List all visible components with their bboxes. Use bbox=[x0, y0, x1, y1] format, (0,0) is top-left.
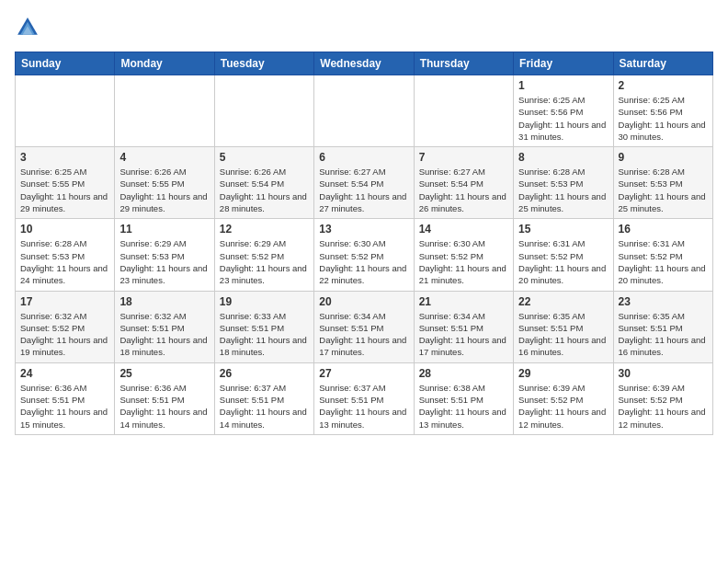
calendar-cell: 7Sunrise: 6:27 AMSunset: 5:54 PMDaylight… bbox=[414, 147, 513, 219]
calendar-cell: 10Sunrise: 6:28 AMSunset: 5:53 PMDayligh… bbox=[16, 219, 115, 291]
calendar-cell: 28Sunrise: 6:38 AMSunset: 5:51 PMDayligh… bbox=[414, 362, 513, 434]
day-number: 4 bbox=[119, 151, 209, 164]
calendar-cell: 23Sunrise: 6:35 AMSunset: 5:51 PMDayligh… bbox=[613, 291, 712, 362]
calendar-cell: 12Sunrise: 6:29 AMSunset: 5:52 PMDayligh… bbox=[214, 219, 313, 291]
day-number: 28 bbox=[419, 367, 508, 380]
day-number: 11 bbox=[119, 223, 209, 236]
day-number: 23 bbox=[619, 295, 708, 308]
calendar-week-1: 1Sunrise: 6:25 AMSunset: 5:56 PMDaylight… bbox=[16, 75, 713, 147]
calendar-header-row: SundayMondayTuesdayWednesdayThursdayFrid… bbox=[16, 52, 713, 75]
day-number: 26 bbox=[220, 367, 309, 380]
calendar-cell: 24Sunrise: 6:36 AMSunset: 5:51 PMDayligh… bbox=[16, 362, 115, 434]
col-header-thursday: Thursday bbox=[414, 52, 513, 75]
day-number: 15 bbox=[518, 223, 608, 236]
day-number: 13 bbox=[319, 223, 408, 236]
day-number: 14 bbox=[419, 223, 508, 236]
day-info: Sunrise: 6:32 AMSunset: 5:52 PMDaylight:… bbox=[20, 310, 109, 359]
day-info: Sunrise: 6:37 AMSunset: 5:51 PMDaylight:… bbox=[319, 382, 408, 431]
calendar-cell: 13Sunrise: 6:30 AMSunset: 5:52 PMDayligh… bbox=[314, 219, 414, 291]
day-number: 1 bbox=[518, 79, 608, 92]
day-info: Sunrise: 6:37 AMSunset: 5:51 PMDaylight:… bbox=[220, 382, 309, 431]
day-number: 19 bbox=[220, 295, 309, 308]
day-number: 3 bbox=[20, 151, 109, 164]
day-info: Sunrise: 6:31 AMSunset: 5:52 PMDaylight:… bbox=[518, 237, 608, 286]
calendar-cell: 11Sunrise: 6:29 AMSunset: 5:53 PMDayligh… bbox=[115, 219, 214, 291]
calendar-cell bbox=[16, 75, 115, 147]
day-info: Sunrise: 6:29 AMSunset: 5:53 PMDaylight:… bbox=[119, 237, 209, 286]
calendar-cell: 6Sunrise: 6:27 AMSunset: 5:54 PMDaylight… bbox=[314, 147, 414, 219]
day-info: Sunrise: 6:29 AMSunset: 5:52 PMDaylight:… bbox=[220, 237, 309, 286]
calendar-cell: 5Sunrise: 6:26 AMSunset: 5:54 PMDaylight… bbox=[214, 147, 313, 219]
calendar-cell: 17Sunrise: 6:32 AMSunset: 5:52 PMDayligh… bbox=[16, 291, 115, 362]
calendar-cell: 22Sunrise: 6:35 AMSunset: 5:51 PMDayligh… bbox=[514, 291, 613, 362]
calendar-cell: 30Sunrise: 6:39 AMSunset: 5:52 PMDayligh… bbox=[613, 362, 712, 434]
day-number: 22 bbox=[518, 295, 608, 308]
day-info: Sunrise: 6:39 AMSunset: 5:52 PMDaylight:… bbox=[518, 382, 608, 431]
day-info: Sunrise: 6:31 AMSunset: 5:52 PMDaylight:… bbox=[619, 237, 708, 286]
calendar-cell: 25Sunrise: 6:36 AMSunset: 5:51 PMDayligh… bbox=[115, 362, 214, 434]
col-header-tuesday: Tuesday bbox=[214, 52, 313, 75]
calendar-cell: 18Sunrise: 6:32 AMSunset: 5:51 PMDayligh… bbox=[115, 291, 214, 362]
calendar-cell bbox=[115, 75, 214, 147]
calendar-cell: 8Sunrise: 6:28 AMSunset: 5:53 PMDaylight… bbox=[514, 147, 613, 219]
calendar-cell: 15Sunrise: 6:31 AMSunset: 5:52 PMDayligh… bbox=[514, 219, 613, 291]
logo bbox=[15, 15, 44, 40]
day-info: Sunrise: 6:32 AMSunset: 5:51 PMDaylight:… bbox=[119, 310, 209, 359]
day-number: 24 bbox=[20, 367, 109, 380]
col-header-saturday: Saturday bbox=[613, 52, 712, 75]
day-info: Sunrise: 6:25 AMSunset: 5:56 PMDaylight:… bbox=[518, 94, 608, 143]
calendar-cell: 14Sunrise: 6:30 AMSunset: 5:52 PMDayligh… bbox=[414, 219, 513, 291]
calendar-cell: 20Sunrise: 6:34 AMSunset: 5:51 PMDayligh… bbox=[314, 291, 414, 362]
day-info: Sunrise: 6:30 AMSunset: 5:52 PMDaylight:… bbox=[319, 237, 408, 286]
calendar-week-3: 10Sunrise: 6:28 AMSunset: 5:53 PMDayligh… bbox=[16, 219, 713, 291]
logo-icon bbox=[15, 15, 40, 40]
calendar-cell bbox=[214, 75, 313, 147]
day-info: Sunrise: 6:35 AMSunset: 5:51 PMDaylight:… bbox=[619, 310, 708, 359]
day-number: 7 bbox=[419, 151, 508, 164]
calendar-cell: 26Sunrise: 6:37 AMSunset: 5:51 PMDayligh… bbox=[214, 362, 313, 434]
day-number: 20 bbox=[319, 295, 408, 308]
day-number: 18 bbox=[119, 295, 209, 308]
day-number: 17 bbox=[20, 295, 109, 308]
col-header-friday: Friday bbox=[514, 52, 613, 75]
calendar-cell: 19Sunrise: 6:33 AMSunset: 5:51 PMDayligh… bbox=[214, 291, 313, 362]
day-info: Sunrise: 6:25 AMSunset: 5:56 PMDaylight:… bbox=[619, 94, 708, 143]
calendar-cell: 9Sunrise: 6:28 AMSunset: 5:53 PMDaylight… bbox=[613, 147, 712, 219]
calendar-cell bbox=[414, 75, 513, 147]
calendar-cell: 27Sunrise: 6:37 AMSunset: 5:51 PMDayligh… bbox=[314, 362, 414, 434]
calendar-cell: 29Sunrise: 6:39 AMSunset: 5:52 PMDayligh… bbox=[514, 362, 613, 434]
day-number: 16 bbox=[619, 223, 708, 236]
calendar-cell: 2Sunrise: 6:25 AMSunset: 5:56 PMDaylight… bbox=[613, 75, 712, 147]
day-info: Sunrise: 6:28 AMSunset: 5:53 PMDaylight:… bbox=[518, 166, 608, 214]
day-number: 27 bbox=[319, 367, 408, 380]
calendar-week-5: 24Sunrise: 6:36 AMSunset: 5:51 PMDayligh… bbox=[16, 362, 713, 434]
day-info: Sunrise: 6:35 AMSunset: 5:51 PMDaylight:… bbox=[518, 310, 608, 359]
day-number: 9 bbox=[619, 151, 708, 164]
col-header-wednesday: Wednesday bbox=[314, 52, 414, 75]
day-info: Sunrise: 6:28 AMSunset: 5:53 PMDaylight:… bbox=[619, 166, 708, 214]
day-info: Sunrise: 6:28 AMSunset: 5:53 PMDaylight:… bbox=[20, 237, 109, 286]
day-info: Sunrise: 6:26 AMSunset: 5:54 PMDaylight:… bbox=[220, 166, 309, 214]
day-number: 12 bbox=[220, 223, 309, 236]
day-number: 30 bbox=[619, 367, 708, 380]
calendar-cell: 4Sunrise: 6:26 AMSunset: 5:55 PMDaylight… bbox=[115, 147, 214, 219]
day-number: 25 bbox=[119, 367, 209, 380]
calendar-week-2: 3Sunrise: 6:25 AMSunset: 5:55 PMDaylight… bbox=[16, 147, 713, 219]
day-number: 10 bbox=[20, 223, 109, 236]
page-header bbox=[15, 15, 713, 40]
day-info: Sunrise: 6:27 AMSunset: 5:54 PMDaylight:… bbox=[419, 166, 508, 214]
day-info: Sunrise: 6:34 AMSunset: 5:51 PMDaylight:… bbox=[319, 310, 408, 359]
col-header-monday: Monday bbox=[115, 52, 214, 75]
day-number: 2 bbox=[619, 79, 708, 92]
calendar-cell: 16Sunrise: 6:31 AMSunset: 5:52 PMDayligh… bbox=[613, 219, 712, 291]
calendar-cell bbox=[314, 75, 414, 147]
calendar-cell: 1Sunrise: 6:25 AMSunset: 5:56 PMDaylight… bbox=[514, 75, 613, 147]
day-number: 8 bbox=[518, 151, 608, 164]
calendar-cell: 21Sunrise: 6:34 AMSunset: 5:51 PMDayligh… bbox=[414, 291, 513, 362]
day-number: 5 bbox=[220, 151, 309, 164]
calendar-week-4: 17Sunrise: 6:32 AMSunset: 5:52 PMDayligh… bbox=[16, 291, 713, 362]
day-info: Sunrise: 6:33 AMSunset: 5:51 PMDaylight:… bbox=[220, 310, 309, 359]
day-info: Sunrise: 6:34 AMSunset: 5:51 PMDaylight:… bbox=[419, 310, 508, 359]
calendar-cell: 3Sunrise: 6:25 AMSunset: 5:55 PMDaylight… bbox=[16, 147, 115, 219]
day-info: Sunrise: 6:39 AMSunset: 5:52 PMDaylight:… bbox=[619, 382, 708, 431]
